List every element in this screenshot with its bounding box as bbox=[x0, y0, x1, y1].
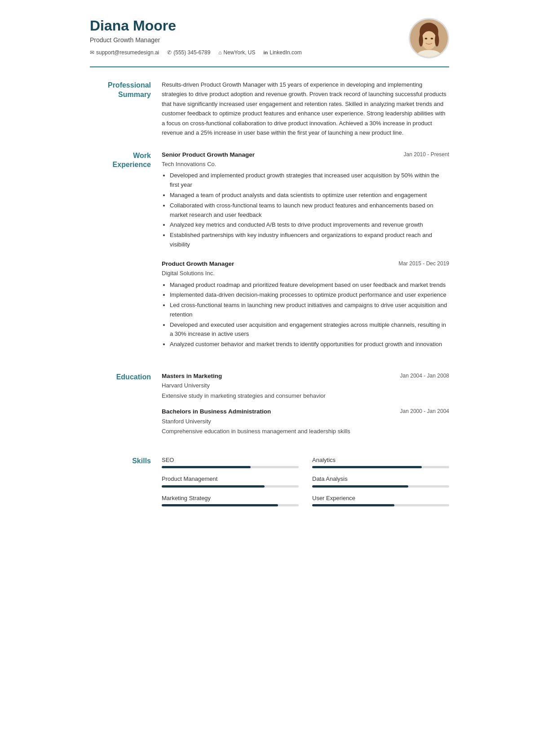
header-info: Diana Moore Product Growth Manager suppo… bbox=[90, 18, 302, 57]
skill-name: Analytics bbox=[312, 456, 449, 465]
skill-bar-fill bbox=[162, 466, 251, 468]
job-company: Digital Solutions Inc. bbox=[162, 269, 449, 278]
contact-phone: (555) 345-6789 bbox=[167, 48, 210, 57]
job-title: Product Growth Manager bbox=[162, 259, 234, 268]
list-item: Developed and implemented product growth… bbox=[170, 171, 449, 190]
linkedin-icon bbox=[264, 49, 268, 57]
skill-bar-fill bbox=[312, 504, 394, 506]
job-bullets: Managed product roadmap and prioritized … bbox=[162, 281, 449, 350]
skill-name: Marketing Strategy bbox=[162, 494, 299, 503]
list-item: Collaborated with cross-functional teams… bbox=[170, 201, 449, 220]
avatar bbox=[409, 18, 449, 58]
contact-list: support@resumedesign.ai (555) 345-6789 N… bbox=[90, 48, 302, 57]
list-item: Led cross-functional teams in launching … bbox=[170, 301, 449, 320]
svg-point-8 bbox=[431, 38, 433, 40]
skill-bar-fill bbox=[162, 485, 265, 488]
svg-point-4 bbox=[421, 31, 437, 49]
edu-header: Masters in MarketingJan 2004 - Jan 2008 bbox=[162, 372, 449, 381]
resume-header: Diana Moore Product Growth Manager suppo… bbox=[90, 18, 449, 67]
skills-grid: SEOAnalyticsProduct ManagementData Analy… bbox=[162, 456, 449, 507]
list-item: Implemented data-driven decision-making … bbox=[170, 290, 449, 300]
edu-school: Harvard University bbox=[162, 381, 449, 390]
skill-item: Marketing Strategy bbox=[162, 494, 299, 507]
skill-bar-fill bbox=[312, 466, 422, 468]
job-block: Product Growth ManagerMar 2015 - Dec 201… bbox=[162, 259, 449, 349]
edu-school: Stanford University bbox=[162, 417, 449, 426]
education-content: Masters in MarketingJan 2004 - Jan 2008H… bbox=[162, 372, 449, 443]
skill-item: SEO bbox=[162, 456, 299, 469]
skill-name: Data Analysis bbox=[312, 475, 449, 483]
list-item: Established partnerships with key indust… bbox=[170, 231, 449, 250]
list-item: Developed and executed user acquisition … bbox=[170, 321, 449, 339]
job-block: Senior Product Growth ManagerJan 2010 - … bbox=[162, 150, 449, 250]
svg-point-7 bbox=[425, 38, 428, 40]
edu-date: Jan 2000 - Jan 2004 bbox=[400, 407, 449, 415]
work-label: WorkExperience bbox=[90, 150, 162, 359]
contact-location: NewYork, US bbox=[218, 48, 255, 57]
edu-block: Masters in MarketingJan 2004 - Jan 2008H… bbox=[162, 372, 449, 400]
job-title: Senior Product Growth Manager bbox=[162, 150, 255, 159]
skill-name: Product Management bbox=[162, 475, 299, 483]
edu-block: Bachelors in Business AdministrationJan … bbox=[162, 407, 449, 435]
skill-item: Analytics bbox=[312, 456, 449, 469]
location-icon bbox=[218, 48, 221, 57]
skill-name: User Experience bbox=[312, 494, 449, 503]
email-icon bbox=[90, 48, 94, 57]
summary-label: ProfessionalSummary bbox=[90, 80, 162, 138]
contact-email: support@resumedesign.ai bbox=[90, 48, 159, 57]
job-date: Jan 2010 - Present bbox=[404, 150, 449, 158]
skill-bar-background bbox=[312, 504, 449, 506]
job-bullets: Developed and implemented product growth… bbox=[162, 171, 449, 249]
edu-degree: Bachelors in Business Administration bbox=[162, 407, 271, 416]
svg-point-6 bbox=[435, 34, 439, 47]
list-item: Analyzed customer behavior and market tr… bbox=[170, 340, 449, 349]
skill-bar-background bbox=[162, 504, 299, 506]
education-label: Education bbox=[90, 372, 162, 443]
skill-item: Data Analysis bbox=[312, 475, 449, 488]
skill-bar-background bbox=[312, 466, 449, 468]
skill-bar-background bbox=[312, 485, 449, 488]
skills-label: Skills bbox=[90, 456, 162, 507]
candidate-name: Diana Moore bbox=[90, 18, 302, 34]
list-item: Analyzed key metrics and conducted A/B t… bbox=[170, 220, 449, 230]
skill-item: Product Management bbox=[162, 475, 299, 488]
education-section: Education Masters in MarketingJan 2004 -… bbox=[90, 372, 449, 443]
list-item: Managed a team of product analysts and d… bbox=[170, 191, 449, 200]
summary-text: Results-driven Product Growth Manager wi… bbox=[162, 80, 449, 138]
candidate-title: Product Growth Manager bbox=[90, 35, 302, 45]
edu-header: Bachelors in Business AdministrationJan … bbox=[162, 407, 449, 416]
skills-content: SEOAnalyticsProduct ManagementData Analy… bbox=[162, 456, 449, 507]
skill-item: User Experience bbox=[312, 494, 449, 507]
job-company: Tech Innovations Co. bbox=[162, 160, 449, 169]
summary-content: Results-driven Product Growth Manager wi… bbox=[162, 80, 449, 138]
work-section: WorkExperience Senior Product Growth Man… bbox=[90, 150, 449, 359]
job-date: Mar 2015 - Dec 2019 bbox=[398, 259, 449, 268]
summary-section: ProfessionalSummary Results-driven Produ… bbox=[90, 80, 449, 138]
edu-degree: Masters in Marketing bbox=[162, 372, 222, 381]
skill-bar-fill bbox=[162, 504, 278, 506]
skills-section: Skills SEOAnalyticsProduct ManagementDat… bbox=[90, 456, 449, 507]
phone-icon bbox=[167, 48, 172, 57]
skill-bar-background bbox=[162, 485, 299, 488]
work-content: Senior Product Growth ManagerJan 2010 - … bbox=[162, 150, 449, 359]
list-item: Managed product roadmap and prioritized … bbox=[170, 281, 449, 290]
edu-date: Jan 2004 - Jan 2008 bbox=[400, 372, 449, 380]
skill-bar-fill bbox=[312, 485, 408, 488]
job-header: Product Growth ManagerMar 2015 - Dec 201… bbox=[162, 259, 449, 268]
skill-name: SEO bbox=[162, 456, 299, 465]
svg-point-5 bbox=[419, 34, 423, 47]
job-header: Senior Product Growth ManagerJan 2010 - … bbox=[162, 150, 449, 159]
skill-bar-background bbox=[162, 466, 299, 468]
edu-description: Extensive study in marketing strategies … bbox=[162, 391, 449, 400]
contact-linkedin: LinkedIn.com bbox=[264, 48, 302, 57]
edu-description: Comprehensive education in business mana… bbox=[162, 427, 449, 436]
